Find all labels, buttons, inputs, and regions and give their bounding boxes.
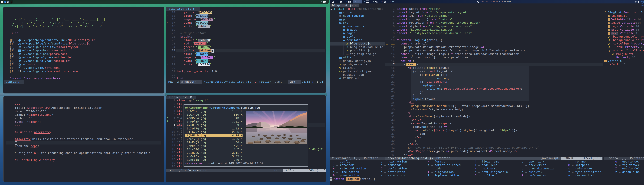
svg-text:{}: {} xyxy=(18,69,21,72)
svg-text:JS: JS xyxy=(18,43,21,45)
